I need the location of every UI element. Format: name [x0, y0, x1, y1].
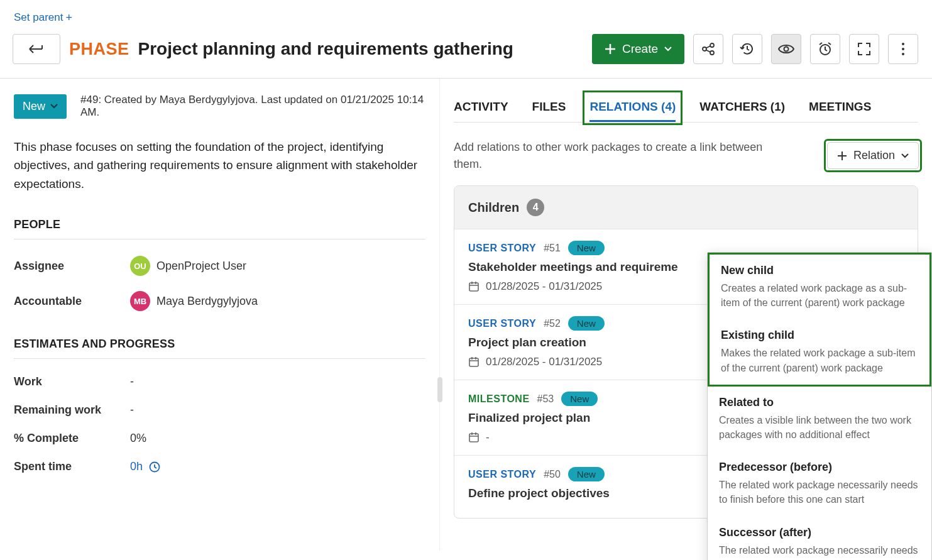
meta-line: #49: Created by Maya Berdygylyjova. Last… — [80, 94, 425, 119]
chevron-down-icon — [50, 104, 58, 109]
accountable-label: Accountable — [14, 295, 130, 308]
avatar: OU — [130, 256, 150, 276]
remaining-label: Remaining work — [14, 404, 130, 417]
set-parent-label: Set parent — [14, 11, 63, 24]
dropdown-item-title: New child — [721, 264, 918, 277]
dropdown-item-title: Existing child — [721, 329, 918, 342]
svg-point-1 — [710, 43, 714, 47]
relations-help: Add relations to other work packages to … — [454, 139, 781, 173]
relation-dropdown: New childCreates a related work package … — [707, 252, 932, 560]
dropdown-item-desc: The related work package necessarily nee… — [719, 543, 920, 561]
accountable-name: Maya Berdygylyjova — [156, 295, 258, 308]
children-count: 4 — [527, 199, 544, 216]
dropdown-item-title: Predecessor (before) — [719, 461, 920, 474]
dropdown-item[interactable]: Predecessor (before)The related work pac… — [708, 451, 931, 516]
people-section-title: PEOPLE — [14, 218, 425, 239]
svg-point-6 — [902, 48, 904, 50]
set-parent-link[interactable]: Set parent + — [14, 11, 72, 24]
svg-rect-9 — [469, 283, 478, 291]
status-label: New — [23, 100, 45, 113]
avatar: MB — [130, 291, 150, 311]
reminder-button[interactable] — [810, 34, 840, 64]
history-icon — [740, 41, 755, 57]
left-panel: New #49: Created by Maya Berdygylyjova. … — [0, 79, 440, 551]
history-button[interactable] — [732, 34, 762, 64]
svg-point-7 — [902, 53, 904, 55]
chevron-down-icon — [901, 153, 909, 158]
tab-meetings[interactable]: MEETINGS — [809, 94, 871, 122]
work-value[interactable]: - — [130, 375, 134, 388]
more-button[interactable] — [888, 34, 918, 64]
clock-icon — [149, 461, 160, 473]
svg-rect-11 — [469, 434, 478, 442]
complete-value[interactable]: 0% — [130, 432, 146, 445]
complete-label: % Complete — [14, 432, 130, 445]
tab-activity[interactable]: ACTIVITY — [454, 94, 508, 122]
description[interactable]: This phase focuses on setting the founda… — [14, 138, 425, 193]
svg-point-0 — [703, 47, 706, 51]
plus-icon — [837, 151, 847, 161]
child-type: USER STORY — [468, 318, 536, 329]
spent-link[interactable]: 0h — [130, 460, 143, 473]
dropdown-item-desc: Creates a related work package as a sub-… — [721, 281, 918, 310]
chevron-down-icon — [664, 47, 672, 52]
child-status: New — [561, 392, 598, 406]
child-type: USER STORY — [468, 243, 536, 254]
create-button[interactable]: Create — [592, 34, 684, 64]
expand-icon — [857, 42, 871, 56]
remaining-value[interactable]: - — [130, 404, 134, 417]
share-icon — [701, 42, 715, 56]
child-id: #52 — [544, 318, 561, 329]
tab-watchers[interactable]: WATCHERS (1) — [699, 94, 785, 122]
child-id: #53 — [537, 393, 554, 405]
dropdown-item[interactable]: New childCreates a related work package … — [710, 255, 929, 319]
svg-point-5 — [902, 43, 904, 45]
svg-point-2 — [710, 51, 714, 55]
dropdown-item[interactable]: Successor (after)The related work packag… — [708, 517, 931, 561]
assignee-name: OpenProject User — [156, 260, 246, 273]
calendar-icon — [468, 356, 480, 368]
child-id: #51 — [544, 243, 561, 254]
plus-icon — [605, 43, 616, 55]
clock-alarm-icon — [818, 41, 833, 57]
watch-button[interactable] — [771, 34, 801, 64]
tab-files[interactable]: FILES — [532, 94, 566, 122]
child-status: New — [568, 467, 605, 481]
calendar-icon — [468, 432, 480, 443]
back-button[interactable] — [13, 34, 60, 64]
child-type: MILESTONE — [468, 393, 530, 405]
add-relation-button[interactable]: Relation — [827, 142, 919, 169]
tab-relations[interactable]: RELATIONS (4) — [589, 94, 676, 122]
dropdown-item-title: Successor (after) — [719, 526, 920, 539]
eye-icon — [778, 43, 794, 55]
resize-handle[interactable] — [437, 377, 442, 402]
status-select[interactable]: New — [14, 94, 67, 119]
accountable-value[interactable]: MB Maya Berdygylyjova — [130, 291, 258, 311]
share-button[interactable] — [693, 34, 723, 64]
fullscreen-button[interactable] — [849, 34, 879, 64]
create-label: Create — [622, 42, 658, 56]
spent-label: Spent time — [14, 460, 130, 473]
svg-point-3 — [784, 47, 789, 52]
dropdown-item-desc: Makes the related work package a sub-ite… — [721, 346, 918, 375]
spent-value[interactable]: 0h — [130, 460, 160, 473]
dropdown-item[interactable]: Existing childMakes the related work pac… — [710, 319, 929, 384]
child-status: New — [568, 241, 605, 255]
assignee-value[interactable]: OU OpenProject User — [130, 256, 246, 276]
estimates-section-title: ESTIMATES AND PROGRESS — [14, 338, 425, 359]
work-label: Work — [14, 375, 130, 388]
right-panel: ACTIVITY FILES RELATIONS (4) WATCHERS (1… — [440, 79, 932, 551]
relation-button-label: Relation — [853, 149, 895, 162]
calendar-icon — [468, 281, 480, 292]
dropdown-item[interactable]: Related toCreates a visible link between… — [708, 387, 931, 451]
back-arrow-icon — [28, 43, 45, 55]
dropdown-item-desc: Creates a visible link between the two w… — [719, 413, 920, 442]
type-badge: PHASE — [69, 40, 129, 59]
page-title[interactable]: Project planning and requirements gather… — [138, 39, 513, 59]
assignee-label: Assignee — [14, 260, 130, 273]
dropdown-item-desc: The related work package necessarily nee… — [719, 478, 920, 507]
plus-icon: + — [65, 12, 72, 23]
children-label: Children — [468, 200, 519, 215]
child-status: New — [568, 316, 605, 331]
svg-rect-10 — [469, 358, 478, 366]
